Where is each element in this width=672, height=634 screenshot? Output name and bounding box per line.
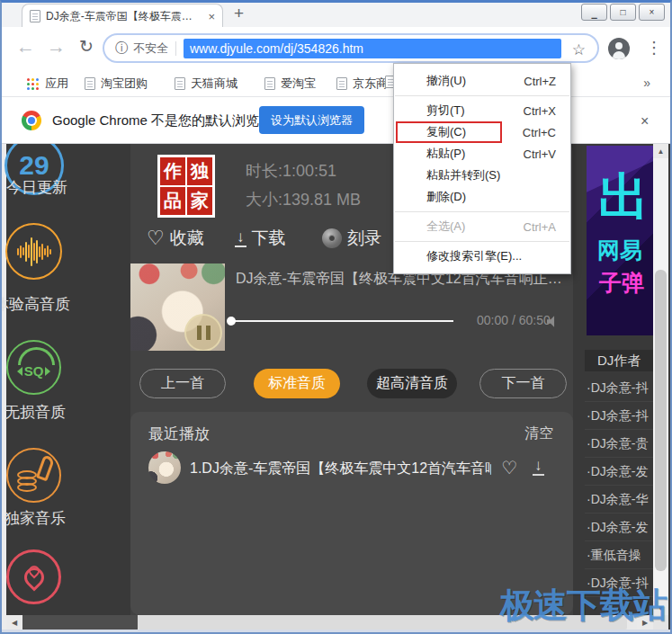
menu-separator bbox=[395, 211, 569, 212]
progress-bar[interactable] bbox=[228, 320, 453, 322]
horizontal-scroll-track[interactable] bbox=[22, 615, 138, 630]
ad-headline: 出 bbox=[598, 164, 649, 232]
menu-item-undo[interactable]: 撤消(U) Ctrl+Z bbox=[394, 70, 570, 92]
progress-handle[interactable] bbox=[227, 317, 236, 326]
album-art[interactable] bbox=[130, 263, 225, 351]
menu-item-edit-search-engines[interactable]: 修改搜索引擎(E)... bbox=[394, 246, 570, 267]
window-controls: ▁ □ × bbox=[581, 4, 665, 21]
address-bar[interactable]: ⓘ 不安全 www.djyule.com/dj/354826.htm ☆ bbox=[103, 33, 599, 63]
menu-item-cut[interactable]: 剪切(T) Ctrl+X bbox=[394, 100, 570, 121]
download-icon: ↓ bbox=[235, 229, 246, 247]
recent-heart-icon[interactable]: ♡ bbox=[501, 457, 517, 478]
standard-quality-button[interactable]: 标准音质 bbox=[254, 369, 340, 398]
prev-track-button[interactable]: 上一首 bbox=[139, 369, 226, 398]
apps-label[interactable]: 应用 bbox=[45, 76, 68, 92]
dj-author-header: DJ作者 bbox=[585, 350, 653, 371]
favorite-label: 收藏 bbox=[170, 227, 204, 250]
bookmark-item[interactable]: 天猫商城 bbox=[175, 76, 237, 92]
heart-icon: ♡ bbox=[147, 228, 165, 248]
vertical-scrollbar[interactable]: ▲ ▼ bbox=[653, 144, 668, 615]
maximize-icon: □ bbox=[620, 8, 625, 17]
flame-icon bbox=[6, 549, 61, 604]
disc-icon bbox=[322, 228, 342, 248]
menu-shortcut: Ctrl+Z bbox=[524, 75, 556, 88]
bookmark-item[interactable]: 爱淘宝 bbox=[264, 76, 316, 92]
browser-tab[interactable]: DJ余意-车震帝国【终极车震中文 × bbox=[22, 4, 223, 28]
bookmark-label: 淘宝团购 bbox=[101, 76, 148, 92]
apps-grid-icon[interactable] bbox=[27, 78, 39, 90]
menu-separator bbox=[395, 241, 569, 242]
recent-download-icon[interactable]: ↓ bbox=[533, 458, 544, 476]
menu-item-delete[interactable]: 删除(D) bbox=[394, 186, 570, 208]
menu-label: 修改搜索引擎(E)... bbox=[426, 248, 522, 264]
close-button[interactable]: × bbox=[639, 4, 665, 21]
sq-label: SQ bbox=[24, 363, 44, 379]
set-default-browser-button[interactable]: 设为默认浏览器 bbox=[259, 106, 364, 134]
menu-shortcut: Ctrl+X bbox=[524, 104, 556, 118]
url-text-selected[interactable]: www.djyule.com/dj/354826.htm bbox=[184, 39, 561, 58]
waveform-icon bbox=[5, 223, 62, 280]
dj-list-item[interactable]: ·重低音操 bbox=[585, 541, 653, 569]
dj-list-item[interactable]: ·DJ余意-华 bbox=[585, 486, 653, 513]
chrome-logo-icon bbox=[22, 111, 41, 130]
burn-button[interactable]: 刻录 bbox=[322, 227, 381, 250]
forward-icon[interactable]: → bbox=[47, 36, 66, 58]
uhd-quality-button[interactable]: 超高清音质 bbox=[367, 369, 457, 398]
tab-close-icon[interactable]: × bbox=[208, 11, 215, 22]
headphone-arc bbox=[18, 347, 55, 365]
menu-label: 撤消(U) bbox=[426, 73, 466, 89]
profile-avatar-icon[interactable] bbox=[608, 38, 630, 59]
notification-close-icon[interactable]: × bbox=[641, 113, 649, 129]
back-icon[interactable]: ← bbox=[16, 36, 35, 58]
dj-list-item[interactable]: ·DJ余意-发 bbox=[585, 458, 653, 486]
recent-item-avatar bbox=[148, 451, 181, 484]
menu-label: 剪切(T) bbox=[426, 103, 465, 119]
bookmark-icon bbox=[264, 77, 275, 90]
dj-list-item[interactable]: ·DJ余意-抖 bbox=[585, 402, 653, 430]
sidebar-label: 体验高音质 bbox=[0, 294, 70, 315]
dj-track-list: ·DJ余意-抖 ·DJ余意-抖 ·DJ余意-贵 ·DJ余意-发 ·DJ余意-华 … bbox=[585, 374, 653, 597]
new-tab-button[interactable]: + bbox=[234, 4, 244, 23]
sidebar-ad-banner[interactable]: 出 网易 子弹 bbox=[587, 146, 653, 335]
info-icon[interactable]: ⓘ bbox=[115, 40, 128, 57]
bookmarks-overflow-icon[interactable]: » bbox=[643, 76, 650, 90]
menu-separator bbox=[395, 95, 569, 96]
bookmark-item[interactable]: 淘宝团购 bbox=[85, 76, 148, 92]
clear-button[interactable]: 清空 bbox=[524, 424, 553, 443]
bookmark-label: 天猫商城 bbox=[191, 76, 237, 92]
recent-item-title[interactable]: 1.DJ余意-车震帝国【终极车震中文12首汽车音响正车 bbox=[190, 460, 491, 478]
browser-window: DJ余意-车震帝国【终极车震中文 × + ▁ □ × ← → ↻ ⓘ 不安全 w… bbox=[0, 0, 672, 634]
menu-item-paste-and-go[interactable]: 粘贴并转到(S) bbox=[394, 165, 570, 186]
burn-label: 刻录 bbox=[347, 227, 381, 250]
dj-list-item[interactable]: ·DJ余意-抖 bbox=[585, 374, 653, 402]
vertical-scroll-thumb[interactable] bbox=[655, 270, 667, 571]
favorite-button[interactable]: ♡ 收藏 bbox=[147, 227, 204, 250]
dj-list-item[interactable]: ·DJ余意-贵 bbox=[585, 430, 653, 458]
bookmark-star-icon[interactable]: ☆ bbox=[572, 40, 586, 59]
dj-list-item[interactable]: ·DJ余意-发 bbox=[585, 513, 653, 541]
bookmark-icon bbox=[85, 77, 95, 90]
menu-label: 粘贴(P) bbox=[426, 146, 465, 162]
next-track-button[interactable]: 下一首 bbox=[479, 369, 567, 398]
site-watermark: 极速下载站 bbox=[500, 583, 667, 629]
address-divider bbox=[175, 41, 176, 56]
menu-item-select-all: 全选(A) Ctrl+A bbox=[394, 216, 570, 237]
recent-header: 最近播放 bbox=[148, 424, 210, 444]
menu-item-paste[interactable]: 粘贴(P) Ctrl+V bbox=[394, 143, 570, 165]
menu-item-copy[interactable]: 复制(C) Ctrl+C bbox=[394, 121, 570, 143]
bookmark-label: 爱淘宝 bbox=[281, 76, 316, 92]
download-button[interactable]: ↓ 下载 bbox=[235, 227, 286, 250]
minimize-button[interactable]: ▁ bbox=[581, 4, 607, 21]
browser-menu-icon[interactable]: ⋮ bbox=[646, 38, 662, 58]
maximize-button[interactable]: □ bbox=[610, 4, 636, 21]
sidebar-label: 独家音乐 bbox=[4, 508, 66, 529]
reload-icon[interactable]: ↻ bbox=[79, 36, 94, 58]
pause-icon[interactable] bbox=[184, 314, 222, 351]
scroll-left-icon[interactable]: ◀ bbox=[6, 615, 22, 630]
page-left-edge bbox=[0, 144, 6, 630]
menu-label: 粘贴并转到(S) bbox=[426, 167, 500, 183]
security-label[interactable]: 不安全 bbox=[133, 40, 168, 57]
sidebar-item-hot[interactable] bbox=[0, 144, 55, 199]
scroll-up-icon[interactable]: ▲ bbox=[653, 144, 668, 158]
menu-shortcut: Ctrl+A bbox=[524, 220, 556, 234]
